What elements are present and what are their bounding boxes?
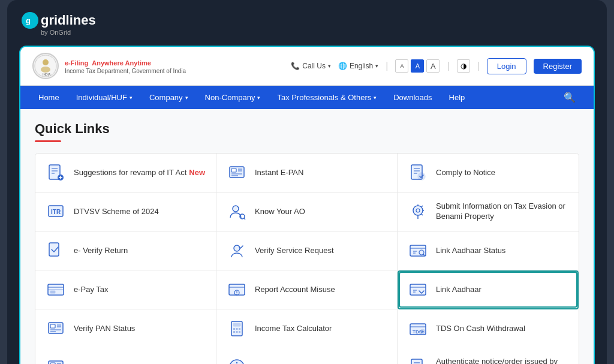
link-label: Authenticate notice/order issued by ITD <box>436 357 569 364</box>
call-chevron-icon: ▾ <box>328 63 331 69</box>
font-large-button[interactable]: A <box>426 59 440 73</box>
link-dtvsv[interactable]: ITR DTVSV Scheme of 2024 <box>35 192 216 231</box>
svg-point-84 <box>236 362 237 363</box>
link-label: Verify PAN Status <box>74 324 135 334</box>
quick-links-title: Quick Links <box>35 121 579 137</box>
svg-rect-14 <box>231 169 236 172</box>
nav-taxprofessionals[interactable]: Tax Professionals & Others ▾ <box>269 86 385 109</box>
svg-rect-58 <box>50 324 55 328</box>
link-everify[interactable]: e- Verify Return <box>35 231 216 270</box>
person-search-icon <box>226 201 248 222</box>
link-label: Report Account Misuse <box>255 285 335 295</box>
svg-rect-68 <box>233 331 235 333</box>
efiling-text: e-Filing Anywhere Anytime Income Tax Dep… <box>65 57 186 75</box>
svg-point-29 <box>413 206 423 215</box>
link-epaytax[interactable]: e-Pay Tax <box>35 270 216 309</box>
svg-point-52 <box>236 294 237 294</box>
nav-noncompany[interactable]: Non-Company ▾ <box>197 86 269 109</box>
link-reportmisuse[interactable]: Report Account Misuse <box>216 270 398 309</box>
brand-sub: by OnGrid <box>41 29 71 36</box>
svg-rect-48 <box>229 284 245 295</box>
svg-rect-85 <box>411 359 422 364</box>
govt-emblem: INDIA <box>32 53 59 79</box>
font-medium-button[interactable]: A <box>411 59 424 73</box>
link-label: Know Tax Payment Status <box>74 362 165 364</box>
link-taxpayment[interactable]: Know Tax Payment Status <box>35 348 216 364</box>
link-epan[interactable]: Instant E-PAN <box>216 154 398 192</box>
tds-icon: TDS <box>407 318 429 339</box>
content-area: Quick Links <box>20 109 594 364</box>
title-underline <box>35 140 61 142</box>
emblem-icon: INDIA <box>34 55 57 77</box>
login-button[interactable]: Login <box>487 58 526 74</box>
nav-chevron-icon: ▾ <box>374 95 377 101</box>
link-calculator[interactable]: Income Tax Calculator <box>216 309 398 348</box>
link-label: Instant E-PAN <box>255 168 303 178</box>
link-authenticate[interactable]: Authenticate notice/order issued by ITD <box>398 348 579 364</box>
brand-name: gridlines <box>41 13 96 28</box>
svg-point-3 <box>43 59 49 65</box>
aadhaar-status-icon <box>407 240 429 261</box>
efiling-title: e-Filing Anywhere Anytime <box>65 57 186 68</box>
link-label: Verify Service Request <box>255 246 334 256</box>
link-label: Comply to Notice <box>436 168 495 178</box>
link-taxinfo[interactable]: Tax Information & services <box>216 348 398 364</box>
svg-line-28 <box>244 218 245 219</box>
epan-icon <box>226 162 248 183</box>
nav-chevron-icon: ▾ <box>185 95 188 101</box>
register-button[interactable]: Register <box>534 59 582 74</box>
link-label: Suggestions for revamp of IT ActNew <box>74 168 205 178</box>
pay-tax-icon <box>45 279 67 300</box>
link-label: Link Aadhaar <box>436 285 481 295</box>
nav-home[interactable]: Home <box>30 86 68 109</box>
quick-links-grid: Suggestions for revamp of IT ActNew <box>35 153 579 364</box>
tax-payment-icon <box>45 356 67 364</box>
nav-company[interactable]: Company ▾ <box>141 86 197 109</box>
divider2: | <box>447 61 449 71</box>
link-suggestions[interactable]: Suggestions for revamp of IT ActNew <box>35 154 216 192</box>
link-taxevasion[interactable]: Submit Information on Tax Evasion or Ben… <box>398 192 579 231</box>
nav-help[interactable]: Help <box>441 86 474 109</box>
phone-icon: 📞 <box>291 62 300 70</box>
link-label: Know Your AO <box>255 207 305 217</box>
link-label: e-Pay Tax <box>74 285 109 295</box>
logo-area: g gridlines by OnGrid <box>19 12 595 36</box>
link-label: Link Aadhaar Status <box>436 246 505 256</box>
verify-service-icon <box>226 240 248 261</box>
main-card: INDIA e-Filing Anywhere Anytime Income T… <box>19 46 595 364</box>
scheme-icon: ITR <box>45 201 67 222</box>
nav-chevron-icon: ▾ <box>130 95 133 101</box>
divider: | <box>386 61 388 71</box>
link-label: Submit Information on Tax Evasion or Ben… <box>436 201 569 222</box>
authenticate-icon <box>407 356 429 364</box>
link-tds[interactable]: TDS TDS On Cash Withdrawal <box>398 309 579 348</box>
link-label: Income Tax Calculator <box>255 324 332 334</box>
svg-text:INDIA: INDIA <box>43 73 51 76</box>
link-aadhaar-icon <box>407 279 429 300</box>
lang-chevron-icon: ▾ <box>375 63 378 69</box>
link-aadhaar[interactable]: Link Aadhaar <box>398 270 579 309</box>
svg-rect-67 <box>239 328 240 330</box>
link-verifyservice[interactable]: Verify Service Request <box>216 231 398 270</box>
verify-return-icon <box>45 240 67 261</box>
site-header: INDIA e-Filing Anywhere Anytime Income T… <box>20 47 594 86</box>
svg-text:g: g <box>26 16 31 25</box>
link-label: TDS On Cash Withdrawal <box>436 324 525 334</box>
link-knowao[interactable]: Know Your AO <box>216 192 398 231</box>
language-button[interactable]: 🌐 English ▾ <box>338 62 378 70</box>
brand-logo: g gridlines <box>22 12 96 29</box>
nav-downloads[interactable]: Downloads <box>385 86 440 109</box>
globe-icon: 🌐 <box>338 62 347 70</box>
nav-individual[interactable]: Individual/HUF ▾ <box>68 86 141 109</box>
call-us-button[interactable]: 📞 Call Us ▾ <box>291 62 331 70</box>
nav-chevron-icon: ▾ <box>257 95 260 101</box>
search-button[interactable]: 🔍 <box>555 86 584 109</box>
link-pan[interactable]: Verify PAN Status <box>35 309 216 348</box>
font-small-button[interactable]: A <box>395 59 408 73</box>
link-aadhaarstatus[interactable]: Link Aadhaar Status <box>398 231 579 270</box>
svg-rect-70 <box>239 331 240 333</box>
contrast-button[interactable]: ◑ <box>457 59 470 73</box>
header-controls: 📞 Call Us ▾ 🌐 English ▾ | A A A | ◑ | <box>291 58 582 74</box>
link-comply[interactable]: Comply to Notice <box>398 154 579 192</box>
svg-point-37 <box>234 245 240 251</box>
